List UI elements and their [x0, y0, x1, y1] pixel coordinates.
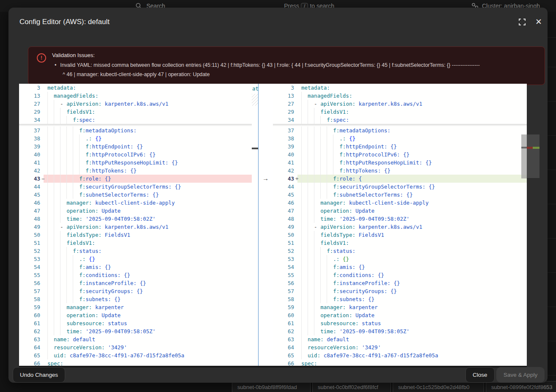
revert-change-arrow-button[interactable]: →: [259, 174, 272, 182]
expand-icon: [518, 18, 526, 26]
scrollbar-diff-mark: [252, 148, 258, 149]
code-line: 55 f:conditions: {}: [273, 271, 527, 279]
overview-deleted-mark: [527, 147, 533, 149]
validation-title: Validation Issues:: [52, 52, 95, 58]
code-line: 57 f:securityGroups: {}: [273, 287, 527, 295]
code-line: 49 - apiVersion: karpenter.k8s.aws/v1: [273, 223, 527, 231]
sticky-line: 13 managedFields:: [19, 92, 252, 100]
scrollbar-slider[interactable]: [521, 134, 527, 178]
sticky-shadow: [19, 124, 252, 126]
code-line: 37 f:metadataOptions:: [273, 126, 527, 134]
code-line: 41 f:httpPutResponseHopLimit: {}: [273, 159, 527, 167]
code-line: 52 f:status:: [273, 247, 527, 255]
code-line: 42 f:httpTokens: {}: [19, 167, 252, 175]
code-line: 59 manager: karpenter: [19, 303, 252, 311]
code-line: 43− f:role: {}: [19, 175, 252, 183]
code-line: 63 name: default: [273, 335, 527, 343]
code-line: 59 manager: karpenter: [273, 303, 527, 311]
code-line: 45 f:subnetSelectorTerms: {}: [273, 191, 527, 199]
diff-original-editor[interactable]: 37 f:metadataOptions:38 .: {}39 f:httpEn…: [19, 84, 252, 366]
code-line: 44 f:securityGroupSelectorTerms: {}: [273, 183, 527, 191]
code-line: 50 fieldsType: FieldsV1: [273, 231, 527, 239]
code-line: 48 time: '2025-09-04T09:58:02Z': [273, 215, 527, 223]
validation-message-line2: ^ 46 | manager: kubectl-client-side-appl…: [63, 71, 210, 77]
code-line: 60 operation: Update: [19, 311, 252, 319]
code-line: 58 f:subnets: {}: [273, 295, 527, 303]
code-line: 64 resourceVersion: '3429': [273, 343, 527, 351]
code-line: 66spec:: [273, 359, 527, 366]
code-line: 40 f:httpProtocolIPv6: {}: [273, 151, 527, 159]
sticky-scroll-header: 3metadata:13 managedFields:27 - apiVersi…: [273, 84, 527, 124]
sticky-render-artifact: at: [252, 85, 258, 92]
code-line: 39 f:httpEndpoint: {}: [19, 143, 252, 151]
code-line: 44 f:securityGroupSelectorTerms: {}: [19, 183, 252, 191]
background-table-edge: [548, 12, 556, 384]
code-line: 50 fieldsType: FieldsV1: [19, 231, 252, 239]
code-line: 51 fieldsV1:: [273, 239, 527, 247]
code-line: 38 .: {}: [273, 134, 527, 143]
code-line: 46 manager: kubectl-client-side-apply: [19, 199, 252, 207]
screen: Search Press/to search Cluster: anirban-…: [0, 0, 556, 392]
sticky-line: 34 f:spec:: [19, 116, 252, 124]
sticky-line: 13 managedFields:: [273, 92, 527, 100]
code-line: 66spec:: [19, 359, 252, 366]
code-line: 54 f:amis: {}: [273, 263, 527, 271]
code-line: 39 f:httpEndpoint: {}: [273, 143, 527, 151]
sticky-line: 3metadata:: [273, 84, 527, 92]
code-line: 65 uid: c8afe97e-38cc-4f91-a767-d15f2a8f…: [19, 351, 252, 359]
sticky-line: 27 - apiVersion: karpenter.k8s.aws/v1: [273, 100, 527, 108]
code-line: 56 f:instanceProfile: {}: [273, 279, 527, 287]
code-line: 62 time: '2025-09-04T09:58:05Z': [19, 327, 252, 335]
diff-overview-ruler[interactable]: [527, 134, 539, 178]
sticky-line: 3metadata:: [19, 84, 252, 92]
code-line: 40 f:httpProtocolIPv6: {}: [19, 151, 252, 159]
code-line: 47 operation: Update: [19, 207, 252, 215]
close-icon[interactable]: ✕: [535, 17, 545, 26]
code-line: 38 .: {}: [19, 134, 252, 143]
save-apply-button[interactable]: Save & Apply: [496, 367, 545, 383]
sticky-line: 29 fieldsV1:: [273, 108, 527, 116]
validation-banner: ! Validation Issues: •Invalid YAML: miss…: [28, 47, 545, 85]
close-button[interactable]: Close: [465, 367, 495, 383]
editor-bottom-edge: [19, 366, 527, 367]
diff-modified-editor[interactable]: 37 f:metadataOptions:38 .: {}39 f:httpEn…: [273, 84, 527, 366]
code-lines: 37 f:metadataOptions:38 .: {}39 f:httpEn…: [19, 126, 252, 366]
code-line: 51 fieldsV1:: [19, 239, 252, 247]
code-line: 65 uid: c8afe97e-38cc-4f91-a767-d15f2a8f…: [273, 351, 527, 359]
fullscreen-button[interactable]: [518, 18, 527, 27]
code-line: 53 .: {}: [19, 255, 252, 263]
code-line: 56 f:instanceProfile: {}: [19, 279, 252, 287]
code-line: 63 name: default: [19, 335, 252, 343]
overview-inserted-mark: [533, 147, 539, 149]
code-line: 46 manager: kubectl-client-side-apply: [273, 199, 527, 207]
error-icon: !: [37, 53, 46, 63]
sticky-line: 34 f:spec:: [273, 116, 527, 124]
code-line: 62 time: '2025-09-04T09:58:05Z': [273, 327, 527, 335]
sticky-shadow: [273, 124, 527, 126]
code-line: 64 resourceVersion: '3429': [19, 343, 252, 351]
code-line: 37 f:metadataOptions:: [19, 126, 252, 134]
sticky-line: 29 fieldsV1:: [19, 108, 252, 116]
bullet: •: [55, 62, 56, 68]
diff-sash[interactable]: →: [258, 84, 274, 366]
code-line: 55 f:conditions: {}: [19, 271, 252, 279]
code-line: 53 .: {}: [273, 255, 527, 263]
code-line: 47 operation: Update: [273, 207, 527, 215]
code-line: 52 f:status:: [19, 247, 252, 255]
code-line: 42 f:httpTokens: {}: [273, 167, 527, 175]
scrollbar-diff-mark: [521, 147, 527, 148]
code-line: 49 - apiVersion: karpenter.k8s.aws/v1: [19, 223, 252, 231]
code-line: 58 f:subnets: {}: [19, 295, 252, 303]
code-lines: 37 f:metadataOptions:38 .: {}39 f:httpEn…: [273, 126, 527, 366]
validation-message-line1: •Invalid YAML: missed comma between flow…: [55, 62, 480, 68]
code-line: 57 f:securityGroups: {}: [19, 287, 252, 295]
code-line: 60 operation: Update: [273, 311, 527, 319]
original-editor-scrollbar[interactable]: at: [252, 84, 258, 366]
code-line: 41 f:httpPutResponseHopLimit: {}: [19, 159, 252, 167]
sticky-scroll-header: 3metadata:13 managedFields:27 - apiVersi…: [19, 84, 252, 124]
modal-title: Config Editor (AWS): default: [19, 18, 110, 26]
code-line: 61 subresource: status: [273, 319, 527, 327]
hatch-pattern: [252, 94, 258, 106]
code-line: 45 f:subnetSelectorTerms: {}: [19, 191, 252, 199]
undo-changes-button[interactable]: Undo Changes: [13, 367, 65, 383]
